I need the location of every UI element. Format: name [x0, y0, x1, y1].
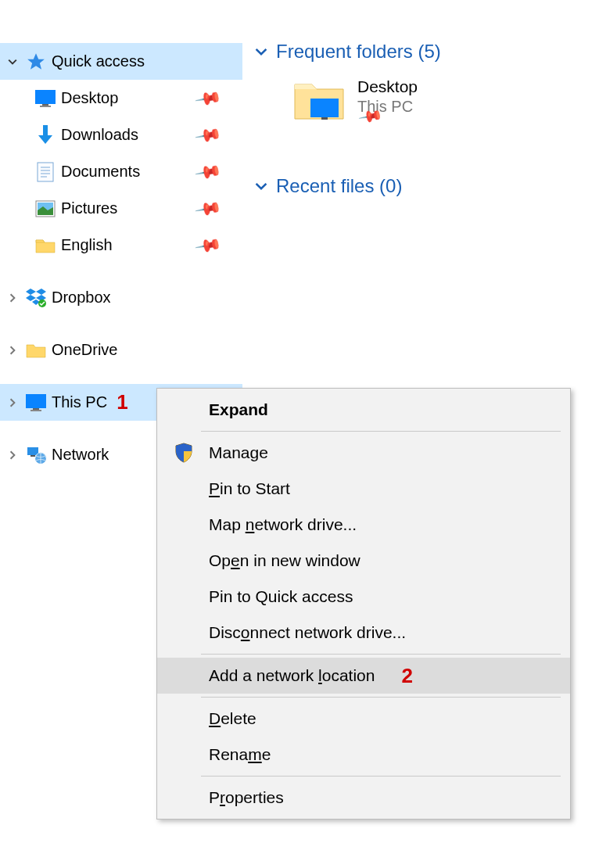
svg-rect-20	[26, 394, 46, 408]
sidebar-item-label: English	[61, 236, 113, 254]
menu-item-label: Add a network location	[209, 666, 375, 685]
svg-rect-2	[42, 104, 48, 106]
menu-separator	[201, 776, 561, 777]
recent-files-header[interactable]: Recent files (0)	[254, 175, 599, 197]
menu-item-label: Expand	[209, 400, 268, 419]
svg-rect-6	[38, 163, 53, 181]
pin-icon: 📌	[194, 157, 223, 186]
pin-icon: 📌	[194, 84, 223, 113]
menu-item-label: Delete	[209, 709, 256, 728]
folder-icon	[25, 339, 47, 361]
star-icon	[25, 51, 47, 73]
content-pane: Frequent folders (5) Desktop This PC 📌 R…	[254, 41, 599, 211]
svg-rect-21	[33, 408, 39, 410]
menu-item-map-network-drive[interactable]: Map network drive...	[157, 507, 570, 543]
sidebar-item-label: OneDrive	[52, 341, 117, 359]
sidebar-item-label: Desktop	[61, 89, 118, 107]
chevron-right-icon[interactable]	[5, 395, 20, 411]
sidebar-item-label: Dropbox	[52, 289, 111, 307]
menu-separator	[201, 431, 561, 432]
menu-item-rename[interactable]: Rename	[157, 737, 570, 773]
quick-access-node[interactable]: Quick access	[0, 43, 242, 80]
picture-icon	[34, 198, 56, 220]
blank-icon	[173, 622, 195, 644]
sidebar-item-label: Network	[52, 446, 109, 464]
document-icon	[34, 161, 56, 183]
sidebar-item-english[interactable]: English 📌	[0, 227, 242, 264]
blank-icon	[173, 708, 195, 730]
sidebar-item-onedrive[interactable]: OneDrive	[0, 332, 242, 368]
annotation-1: 1	[117, 390, 127, 414]
sidebar-label: Quick access	[52, 52, 145, 70]
sidebar-item-pictures[interactable]: Pictures 📌	[0, 190, 242, 227]
group-title: Recent files (0)	[276, 175, 402, 197]
menu-item-label: Open in new window	[209, 551, 360, 570]
svg-marker-0	[27, 53, 45, 70]
blank-icon	[173, 478, 195, 500]
folder-icon	[34, 235, 56, 256]
chevron-down-icon[interactable]	[5, 54, 20, 70]
menu-item-label: Disconnect network drive...	[209, 623, 406, 642]
blank-icon	[173, 550, 195, 572]
sidebar-item-label: Pictures	[61, 199, 117, 217]
pin-icon: 📌	[194, 120, 223, 149]
menu-item-expand[interactable]: Expand	[157, 392, 570, 428]
chevron-down-icon[interactable]	[254, 41, 268, 63]
blank-icon	[173, 586, 195, 608]
sidebar-item-desktop[interactable]: Desktop 📌	[0, 80, 242, 117]
menu-item-label: Properties	[209, 788, 284, 807]
svg-rect-3	[40, 106, 51, 107]
menu-item-open-in-new-window[interactable]: Open in new window	[157, 543, 570, 579]
chevron-right-icon[interactable]	[5, 290, 20, 306]
blank-icon	[173, 744, 195, 766]
svg-marker-16	[26, 295, 36, 301]
frequent-folders-header[interactable]: Frequent folders (5)	[254, 41, 599, 63]
sidebar-item-label: Documents	[61, 163, 140, 181]
blank-icon	[173, 787, 195, 809]
blank-icon	[173, 514, 195, 536]
blank-icon	[173, 399, 195, 421]
group-title: Frequent folders (5)	[276, 41, 441, 63]
monitor-icon	[25, 392, 47, 414]
sidebar-item-label: Downloads	[61, 126, 138, 144]
monitor-icon	[34, 88, 56, 109]
desktop-folder-icon	[293, 77, 345, 122]
menu-item-label: Pin to Quick access	[209, 587, 353, 606]
menu-item-manage[interactable]: Manage	[157, 435, 570, 471]
pin-icon: 📌	[194, 231, 223, 260]
annotation-2: 2	[401, 664, 412, 688]
context-menu: ExpandManagePin to StartMap network driv…	[156, 388, 571, 820]
sidebar-item-label: This PC	[52, 393, 107, 411]
shield-icon	[173, 442, 195, 464]
svg-rect-1	[35, 90, 56, 104]
pin-icon: 📌	[194, 194, 223, 223]
menu-item-add-a-network-location[interactable]: Add a network location2	[157, 658, 570, 694]
menu-item-delete[interactable]: Delete	[157, 701, 570, 737]
network-icon	[25, 444, 47, 466]
svg-rect-22	[30, 410, 41, 411]
chevron-right-icon[interactable]	[5, 343, 20, 358]
menu-item-pin-to-quick-access[interactable]: Pin to Quick access	[157, 579, 570, 615]
blank-icon	[173, 665, 195, 687]
sidebar-item-downloads[interactable]: Downloads 📌	[0, 117, 242, 153]
menu-item-pin-to-start[interactable]: Pin to Start	[157, 471, 570, 507]
download-arrow-icon	[34, 124, 56, 146]
svg-marker-5	[38, 135, 52, 144]
item-name: Desktop	[357, 77, 418, 97]
frequent-item-desktop[interactable]: Desktop This PC 📌	[254, 77, 599, 138]
menu-separator	[201, 697, 561, 698]
svg-marker-14	[26, 289, 36, 295]
menu-item-properties[interactable]: Properties	[157, 780, 570, 816]
chevron-right-icon[interactable]	[5, 447, 20, 463]
menu-item-disconnect-network-drive[interactable]: Disconnect network drive...	[157, 615, 570, 651]
svg-rect-24	[30, 455, 35, 457]
chevron-down-icon[interactable]	[254, 175, 268, 197]
menu-item-label: Manage	[209, 443, 268, 462]
menu-separator	[201, 654, 561, 655]
menu-item-label: Rename	[209, 745, 271, 764]
sidebar-item-dropbox[interactable]: Dropbox	[0, 279, 242, 316]
sidebar-item-documents[interactable]: Documents 📌	[0, 153, 242, 190]
svg-rect-27	[321, 117, 328, 120]
svg-rect-4	[43, 125, 48, 136]
svg-rect-26	[310, 99, 339, 117]
